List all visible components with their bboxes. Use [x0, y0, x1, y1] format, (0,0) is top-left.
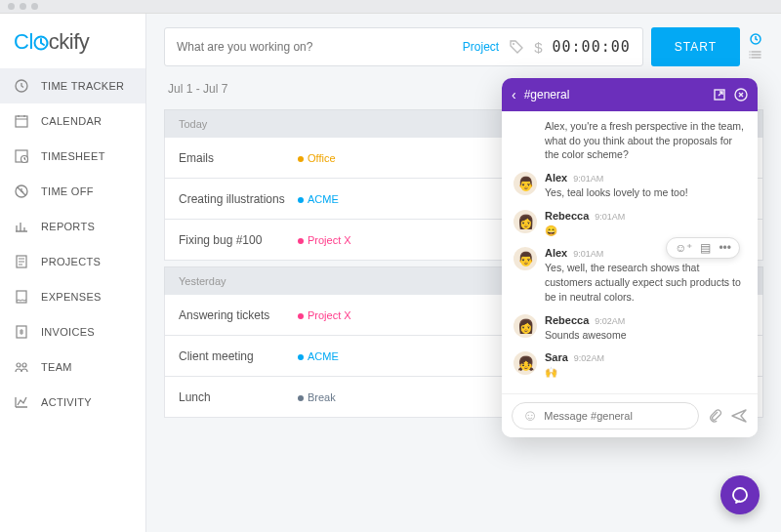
entry-name: Creating illustrations [179, 192, 286, 206]
clock-icon [14, 78, 29, 94]
sidebar-item-reports[interactable]: REPORTS [0, 209, 145, 244]
avatar: 👩 [514, 210, 537, 233]
avatar: 👨 [514, 247, 537, 270]
message-text: 🙌 [545, 365, 746, 380]
message-actions[interactable]: ☺⁺▤••• [666, 237, 740, 259]
sidebar-item-label: TIMESHEET [41, 150, 105, 162]
svg-rect-2 [16, 116, 27, 127]
sidebar-item-label: TIME TRACKER [41, 80, 124, 92]
sidebar-item-label: EXPENSES [41, 291, 102, 303]
sidebar-item-label: INVOICES [41, 326, 95, 338]
tracker-input-box: Project $ 00:00:00 [164, 27, 643, 66]
timesheet-icon [14, 148, 29, 164]
react-icon[interactable]: ☺⁺ [675, 241, 692, 255]
chat-input-bar: ☺ [502, 393, 758, 437]
chat-message: 👩Rebecca9:01AM😄 [514, 210, 746, 238]
tag-icon[interactable] [509, 39, 524, 55]
emoji-icon[interactable]: ☺ [522, 407, 538, 425]
entry-project[interactable]: Project X [298, 234, 351, 246]
sidebar-item-time-tracker[interactable]: TIME TRACKER [0, 68, 145, 103]
chat-message: 👨Alex9:01AMYes, well, the research shows… [514, 247, 746, 304]
message-timestamp: 9:01AM [573, 249, 603, 259]
chat-messages: Alex, you're a fresh perspective in the … [502, 111, 758, 393]
tracker-description-input[interactable] [177, 40, 453, 54]
logo-text-b: ckify [49, 29, 90, 54]
send-icon[interactable] [730, 407, 748, 425]
entry-project[interactable]: Break [298, 391, 336, 403]
calendar-icon [14, 113, 29, 129]
attach-icon[interactable] [707, 408, 722, 424]
sidebar-item-projects[interactable]: PROJECTS [0, 244, 145, 279]
message-username: Rebecca [545, 314, 589, 326]
chat-channel-name: #general [524, 88, 570, 102]
entry-project[interactable]: ACME [298, 350, 339, 362]
chat-input-field-wrap: ☺ [512, 402, 699, 430]
message-text: 😄 [545, 224, 746, 238]
chat-fab[interactable] [720, 475, 760, 514]
chat-message-input[interactable] [544, 410, 688, 422]
message-timestamp: 9:02AM [595, 316, 625, 326]
sidebar-item-activity[interactable]: ACTIVITY [0, 385, 145, 420]
message-username: Rebecca [545, 210, 589, 222]
logo-text-a: Cl [14, 29, 33, 54]
chat-message: 👧Sara9:02AM🙌 [514, 351, 746, 380]
sidebar-item-expenses[interactable]: EXPENSES [0, 279, 145, 314]
message-username: Alex [545, 172, 567, 184]
more-icon[interactable]: ••• [719, 241, 731, 255]
message-text: Yes, well, the research shows that custo… [545, 261, 746, 304]
message-username: Sara [545, 351, 568, 363]
reports-icon [14, 219, 29, 234]
browser-chrome [0, 0, 781, 14]
message-text: Sounds awesome [545, 328, 746, 343]
sidebar-item-label: PROJECTS [41, 256, 101, 267]
list-mode-icon [748, 49, 763, 61]
entry-name: Client meeting [179, 349, 286, 363]
message-timestamp: 9:02AM [574, 353, 604, 363]
sidebar-item-calendar[interactable]: CALENDAR [0, 103, 145, 139]
chat-message: 👩Rebecca9:02AMSounds awesome [514, 314, 746, 343]
chat-bubble-icon [730, 485, 750, 505]
sidebar-item-team[interactable]: TEAM [0, 349, 145, 385]
chat-popout-icon[interactable] [713, 88, 726, 102]
sidebar-item-timesheet[interactable]: TIMESHEET [0, 139, 145, 174]
sidebar-item-invoices[interactable]: INVOICES [0, 314, 145, 349]
billable-icon[interactable]: $ [534, 39, 542, 56]
avatar: 👩 [514, 314, 537, 338]
entry-name: Lunch [179, 390, 286, 404]
message-username: Alex [545, 247, 567, 259]
chat-message: Alex, you're a fresh perspective in the … [514, 119, 746, 162]
activity-icon [14, 394, 29, 410]
message-timestamp: 9:01AM [595, 212, 625, 222]
sidebar-item-time-off[interactable]: TIME OFF [0, 174, 145, 209]
chat-close-icon[interactable] [734, 88, 748, 102]
entry-project[interactable]: Project X [298, 309, 351, 321]
logo: Clckify [0, 21, 145, 68]
start-button[interactable]: START [651, 27, 740, 66]
tracker-bar: Project $ 00:00:00 START [146, 14, 781, 74]
mode-toggle[interactable] [748, 33, 763, 61]
entry-project[interactable]: Office [298, 152, 336, 164]
chat-back-icon[interactable]: ‹ [512, 87, 516, 102]
message-text: Alex, you're a fresh perspective in the … [545, 119, 746, 162]
message-timestamp: 9:01AM [573, 174, 603, 184]
invoices-icon [14, 324, 29, 340]
svg-point-11 [513, 43, 514, 45]
entry-project[interactable]: ACME [298, 193, 339, 205]
sidebar-item-label: REPORTS [41, 221, 95, 232]
svg-point-10 [22, 363, 26, 367]
chat-message: 👨Alex9:01AMYes, teal looks lovely to me … [514, 172, 746, 200]
project-picker[interactable]: Project [463, 40, 499, 54]
avatar: 👧 [514, 351, 537, 375]
entry-name: Answering tickets [179, 308, 286, 322]
entry-name: Emails [179, 151, 286, 165]
thread-icon[interactable]: ▤ [700, 241, 711, 255]
svg-point-9 [17, 363, 21, 367]
expenses-icon [14, 289, 29, 305]
projects-icon [14, 254, 29, 269]
message-text: Yes, teal looks lovely to me too! [545, 185, 746, 200]
sidebar-item-label: ACTIVITY [41, 396, 92, 408]
timer-display: 00:00:00 [553, 38, 631, 56]
sidebar-item-label: TEAM [41, 361, 72, 373]
svg-point-15 [733, 488, 747, 502]
avatar: 👨 [514, 172, 537, 195]
